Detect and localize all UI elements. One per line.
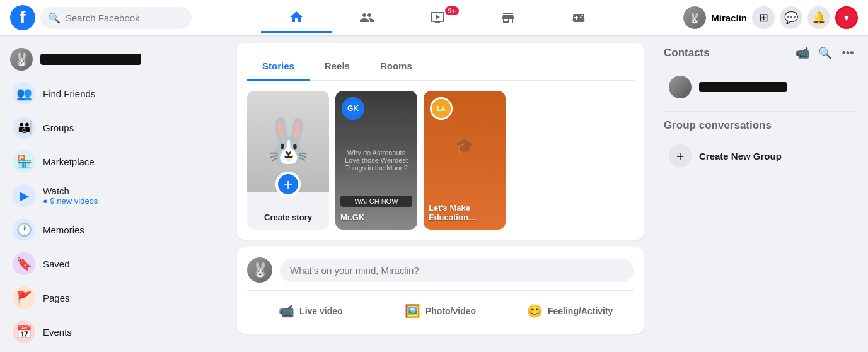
more-contacts-button[interactable]: ••• — [838, 43, 858, 63]
nav-watch[interactable]: 9+ — [402, 3, 473, 33]
sidebar-item-watch[interactable]: ▶ Watch ● 9 new videos — [5, 179, 222, 212]
facebook-logo[interactable]: f — [10, 5, 35, 30]
contact-item[interactable] — [664, 71, 858, 103]
memories-icon: 🕐 — [13, 218, 35, 241]
create-story-card[interactable]: 🐰 ＋ Create story — [247, 91, 329, 230]
main-nav: 9+ — [197, 3, 678, 33]
apps-button[interactable]: ⊞ — [752, 6, 775, 29]
sidebar-item-marketplace[interactable]: 🏪 Marketplace — [5, 145, 222, 178]
stories-card: Stories Reels Rooms 🐰 ＋ Create story — [237, 43, 644, 240]
stories-row: 🐰 ＋ Create story Why do Astronauts Love … — [247, 91, 634, 230]
contacts-header: Contacts 📹 🔍 ••• — [664, 43, 858, 63]
nav-friends[interactable] — [332, 3, 402, 33]
sidebar-item-label: Saved — [43, 259, 70, 269]
mrgk-avatar: GK — [342, 97, 364, 120]
mrgk-name: Mr.GK — [340, 213, 412, 222]
dropdown-button[interactable]: ▼ — [835, 6, 858, 29]
feeling-button[interactable]: 😊 Feeling/Activity — [506, 298, 634, 324]
create-story-icon: ＋ — [275, 172, 301, 197]
post-avatar: 🐰 — [247, 257, 272, 283]
page-layout: 🐰 👥 Find Friends 👪 Groups 🏪 Marketplace … — [0, 0, 868, 352]
search-bar[interactable]: 🔍 — [40, 7, 192, 29]
sidebar-item-label: Marketplace — [43, 156, 95, 167]
photo-video-button[interactable]: 🖼️ Photo/video — [377, 298, 504, 324]
sidebar-item-events[interactable]: 📅 Events — [5, 315, 222, 348]
search-input[interactable] — [66, 13, 184, 23]
sidebar-user-row[interactable]: 🐰 — [5, 43, 222, 76]
sidebar-item-label: Find Friends — [43, 88, 95, 99]
contact-avatar-wrap — [669, 76, 692, 98]
sidebar-left: 🐰 👥 Find Friends 👪 Groups 🏪 Marketplace … — [0, 35, 227, 352]
story-mrgk[interactable]: Why do Astronauts Love those Weirdest Th… — [335, 91, 417, 230]
create-new-group-button[interactable]: ＋ Create New Group — [664, 139, 858, 172]
main-content: Stories Reels Rooms 🐰 ＋ Create story — [227, 35, 654, 352]
sidebar-item-label: Events — [43, 327, 72, 337]
live-video-button[interactable]: 📹 Live video — [247, 298, 374, 324]
sidebar-user-name — [40, 54, 141, 65]
contacts-title: Contacts — [664, 47, 710, 59]
sidebar-item-groups[interactable]: 👪 Groups — [5, 111, 222, 144]
edu-name: Let's Make Education... — [429, 203, 501, 222]
sidebar-item-label: Memories — [43, 225, 84, 235]
live-video-icon: 📹 — [279, 303, 294, 319]
sidebar-item-label: Watch — [43, 185, 98, 196]
create-group-icon: ＋ — [669, 144, 692, 167]
find-friends-icon: 👥 — [13, 82, 35, 105]
divider — [664, 111, 858, 112]
tab-rooms[interactable]: Rooms — [365, 53, 427, 81]
feeling-icon: 😊 — [527, 303, 543, 319]
sidebar-item-label: Pages — [43, 293, 70, 303]
events-icon: 📅 — [13, 320, 35, 343]
username: Miraclin — [711, 13, 747, 23]
feeling-label: Feeling/Activity — [548, 306, 613, 316]
photo-video-icon: 🖼️ — [405, 303, 420, 319]
header-user[interactable]: 🐰 Miraclin — [683, 6, 747, 29]
nav-home[interactable] — [261, 3, 332, 33]
notifications-button[interactable]: 🔔 — [807, 6, 830, 29]
tabs-row: Stories Reels Rooms — [247, 53, 634, 81]
marketplace-icon: 🏪 — [13, 150, 35, 173]
header: f 🔍 9+ 🐰 Miraclin — [0, 0, 868, 35]
group-conversations-title: Group conversations — [664, 119, 858, 132]
saved-icon: 🔖 — [13, 252, 35, 275]
story-education[interactable]: 🎓 LA Let's Make Education... — [424, 91, 506, 230]
tab-stories[interactable]: Stories — [247, 53, 310, 81]
live-video-label: Live video — [299, 306, 342, 316]
pages-icon: 🚩 — [13, 286, 35, 309]
sidebar-item-saved[interactable]: 🔖 Saved — [5, 247, 222, 280]
contact-name — [699, 82, 787, 92]
contact-avatar — [669, 76, 692, 98]
nav-marketplace[interactable] — [473, 3, 543, 33]
sidebar-item-pages[interactable]: 🚩 Pages — [5, 281, 222, 314]
sidebar-user-avatar: 🐰 — [10, 48, 33, 71]
sidebar-right: Contacts 📹 🔍 ••• Group conversations ＋ C… — [654, 35, 868, 352]
nav-gaming[interactable] — [543, 3, 614, 33]
header-actions: 🐰 Miraclin ⊞ 💬 🔔 ▼ — [683, 6, 858, 29]
user-avatar: 🐰 — [683, 6, 706, 29]
post-input[interactable] — [280, 259, 634, 282]
post-input-row: 🐰 — [247, 257, 634, 283]
sidebar-watch-sub: ● 9 new videos — [43, 196, 98, 206]
create-group-label: Create New Group — [699, 151, 782, 161]
post-actions: 📹 Live video 🖼️ Photo/video 😊 Feeling/Ac… — [247, 290, 634, 324]
sidebar-item-find-friends[interactable]: 👥 Find Friends — [5, 77, 222, 110]
groups-icon: 👪 — [13, 116, 35, 139]
mrgk-watch-label: WATCH NOW — [340, 196, 412, 207]
search-icon: 🔍 — [48, 12, 61, 24]
tab-reels[interactable]: Reels — [310, 53, 365, 81]
search-contacts-button[interactable]: 🔍 — [815, 43, 835, 63]
edu-avatar: LA — [430, 97, 453, 120]
contacts-actions: 📹 🔍 ••• — [792, 43, 858, 63]
create-story-label: Create story — [247, 213, 329, 222]
messenger-button[interactable]: 💬 — [780, 6, 802, 29]
watch-icon: ▶ — [13, 184, 35, 207]
sidebar-item-memories[interactable]: 🕐 Memories — [5, 213, 222, 246]
sidebar-item-label: Groups — [43, 122, 74, 133]
post-box: 🐰 📹 Live video 🖼️ Photo/video 😊 Feeling/… — [237, 247, 644, 334]
watch-badge: 9+ — [445, 6, 460, 15]
video-call-button[interactable]: 📹 — [792, 43, 813, 63]
photo-video-label: Photo/video — [425, 306, 476, 316]
